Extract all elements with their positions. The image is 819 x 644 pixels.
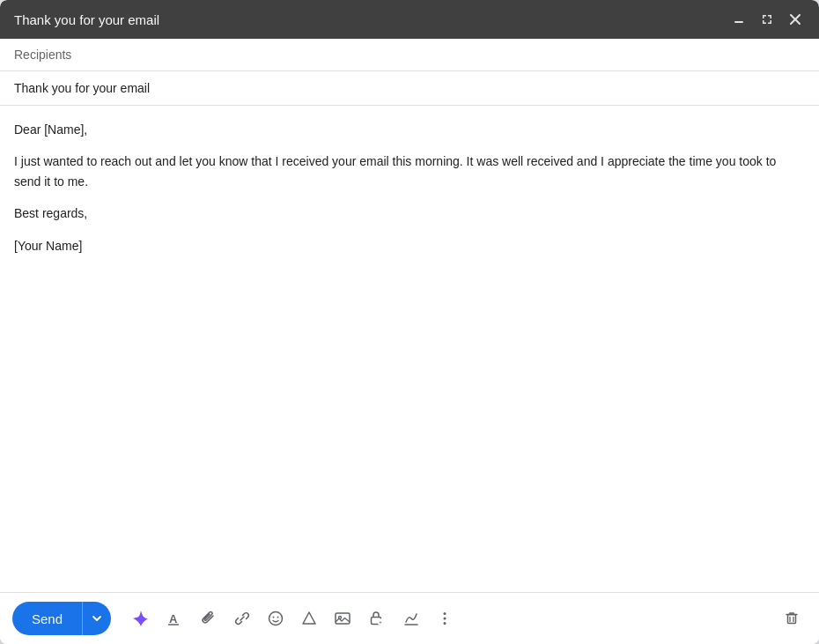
svg-point-17 — [444, 622, 446, 625]
expand-icon — [761, 13, 773, 26]
expand-button[interactable] — [757, 11, 777, 27]
subject-field: Thank you for your email — [14, 81, 150, 95]
send-dropdown-button[interactable] — [82, 602, 111, 635]
recipients-row[interactable]: Recipients — [0, 39, 819, 71]
svg-rect-0 — [734, 21, 743, 23]
confidential-button[interactable]: + — [361, 603, 393, 633]
attach-file-button[interactable] — [194, 604, 224, 633]
svg-point-15 — [444, 612, 446, 615]
signature-button[interactable] — [396, 604, 426, 633]
more-options-button[interactable] — [430, 604, 460, 633]
insert-emoji-button[interactable] — [261, 604, 291, 633]
emoji-icon — [267, 610, 284, 627]
lock-icon: + — [367, 609, 387, 628]
subject-row[interactable]: Thank you for your email — [0, 71, 819, 106]
drive-icon — [300, 610, 318, 627]
trash-icon — [783, 610, 801, 627]
insert-drive-button[interactable] — [294, 604, 324, 633]
format-text-button[interactable]: A — [160, 604, 190, 633]
format-text-icon: A — [166, 610, 184, 627]
recipients-placeholder: Recipients — [14, 48, 71, 62]
svg-rect-18 — [788, 615, 796, 624]
close-button[interactable] — [786, 11, 805, 27]
minimize-icon — [733, 13, 745, 26]
more-vert-icon — [436, 610, 454, 627]
close-icon — [789, 13, 801, 26]
compose-body[interactable]: Dear [Name], I just wanted to reach out … — [0, 106, 819, 592]
svg-text:+: + — [380, 619, 382, 625]
svg-text:A: A — [169, 612, 178, 625]
compose-toolbar: Send A — [0, 592, 819, 644]
svg-point-7 — [277, 617, 279, 618]
signature-icon — [402, 610, 420, 627]
send-btn-group: Send — [12, 602, 111, 635]
svg-point-16 — [444, 618, 446, 620]
insert-link-button[interactable] — [227, 604, 257, 633]
svg-point-6 — [273, 617, 275, 618]
link-icon — [233, 610, 251, 627]
insert-photo-button[interactable] — [328, 604, 358, 633]
photo-icon — [334, 610, 351, 627]
svg-point-5 — [269, 612, 283, 625]
ai-assist-button[interactable] — [125, 603, 157, 633]
header-actions — [729, 11, 805, 27]
body-closing: Best regards, — [14, 204, 805, 223]
gemini-icon — [131, 609, 151, 628]
discard-button[interactable] — [777, 604, 807, 633]
compose-header: Thank you for your email — [0, 0, 819, 39]
compose-title: Thank you for your email — [14, 12, 159, 27]
body-signature: [Your Name] — [14, 236, 805, 255]
minimize-button[interactable] — [729, 11, 749, 27]
body-greeting: Dear [Name], — [14, 120, 805, 139]
paperclip-icon — [200, 610, 218, 627]
body-paragraph1: I just wanted to reach out and let you k… — [14, 152, 805, 191]
send-button[interactable]: Send — [12, 602, 82, 635]
compose-window: Thank you for your email Recipients — [0, 0, 819, 644]
svg-rect-8 — [336, 613, 350, 624]
chevron-down-icon — [92, 613, 102, 624]
